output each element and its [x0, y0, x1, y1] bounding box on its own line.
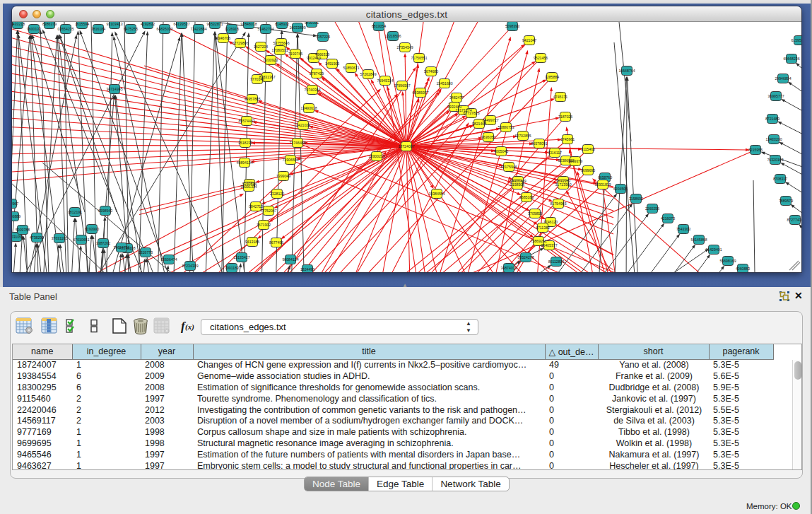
svg-text:31713900: 31713900	[555, 182, 571, 187]
svg-text:51462704: 51462704	[257, 27, 273, 31]
svg-text:62702895: 62702895	[514, 134, 531, 138]
svg-text:7816184: 7816184	[91, 27, 105, 31]
svg-text:1824493: 1824493	[300, 267, 314, 271]
svg-text:34874016: 34874016	[500, 266, 517, 270]
svg-text:9413186: 9413186	[245, 240, 259, 244]
svg-text:19384554: 19384554	[428, 192, 445, 196]
svg-text:32931839: 32931839	[594, 182, 611, 187]
svg-text:5098393: 5098393	[505, 24, 519, 28]
svg-text:15451680: 15451680	[436, 81, 452, 86]
svg-text:64139537: 64139537	[173, 22, 189, 26]
svg-text:8386379: 8386379	[42, 22, 57, 26]
svg-text:54145868: 54145868	[690, 238, 707, 242]
svg-text:76320163: 76320163	[767, 158, 783, 162]
svg-text:2328120: 2328120	[270, 192, 284, 196]
svg-text:4216073: 4216073	[661, 216, 675, 221]
svg-text:4060883: 4060883	[736, 267, 750, 271]
svg-text:6998543: 6998543	[98, 209, 112, 213]
svg-text:1031051: 1031051	[12, 235, 23, 239]
svg-text:77752047: 77752047	[260, 209, 276, 213]
svg-text:72423884: 72423884	[190, 27, 206, 31]
svg-text:71746488: 71746488	[289, 141, 305, 145]
svg-text:96532871: 96532871	[206, 22, 223, 26]
svg-text:7991183: 7991183	[225, 266, 239, 270]
svg-text:98084124: 98084124	[282, 257, 298, 262]
svg-text:3285884: 3285884	[545, 75, 559, 79]
svg-text:7889579: 7889579	[779, 199, 793, 203]
svg-text:9636057: 9636057	[481, 135, 495, 139]
svg-text:4966319: 4966319	[315, 52, 329, 57]
svg-text:76945314: 76945314	[377, 78, 393, 83]
svg-text:12218506: 12218506	[384, 34, 401, 38]
svg-text:1615594: 1615594	[75, 22, 89, 26]
svg-text:1969379: 1969379	[568, 159, 582, 163]
svg-text:8148932: 8148932	[275, 22, 289, 26]
svg-text:5009788: 5009788	[16, 228, 30, 232]
svg-text:7193745: 7193745	[288, 52, 302, 56]
svg-text:49894134: 49894134	[236, 160, 252, 165]
svg-text:1491905: 1491905	[325, 62, 339, 66]
svg-text:01429401: 01429401	[705, 247, 722, 252]
svg-text:8677496: 8677496	[269, 240, 283, 245]
svg-text:3685160: 3685160	[519, 195, 534, 199]
svg-text:71756551: 71756551	[411, 56, 427, 60]
svg-text:0812191: 0812191	[68, 210, 82, 214]
svg-text:4711382: 4711382	[536, 226, 550, 230]
svg-text:6204505: 6204505	[613, 187, 628, 191]
svg-text:04499727: 04499727	[482, 118, 498, 122]
svg-text:29946804: 29946804	[775, 76, 791, 81]
svg-text:9600133: 9600133	[27, 27, 41, 31]
svg-text:1746120: 1746120	[543, 220, 558, 224]
svg-text:85574443: 85574443	[238, 119, 254, 123]
svg-text:9115460: 9115460	[581, 147, 595, 151]
svg-text:62729806: 62729806	[232, 41, 248, 45]
svg-text:34714345: 34714345	[106, 87, 122, 91]
svg-text:6690967: 6690967	[12, 201, 18, 206]
svg-text:25135427: 25135427	[233, 255, 249, 259]
svg-text:7357224: 7357224	[316, 35, 330, 39]
svg-text:0330923: 0330923	[264, 58, 278, 62]
svg-text:67010651: 67010651	[73, 238, 89, 242]
svg-text:4738299: 4738299	[30, 235, 44, 240]
svg-text:6658760: 6658760	[598, 175, 612, 180]
svg-text:97848018: 97848018	[240, 22, 257, 26]
svg-text:2260256: 2260256	[645, 206, 659, 211]
svg-text:37631165: 37631165	[52, 236, 68, 240]
svg-text:9421047: 9421047	[522, 38, 536, 42]
svg-text:1226916: 1226916	[225, 27, 239, 31]
svg-text:4192832: 4192832	[141, 22, 155, 26]
svg-text:4005045: 4005045	[494, 149, 508, 153]
svg-text:61595148: 61595148	[791, 38, 801, 42]
svg-text:8708317: 8708317	[773, 177, 787, 181]
svg-text:96405377: 96405377	[541, 243, 557, 247]
svg-text:3387262: 3387262	[96, 241, 110, 245]
svg-text:18300215: 18300215	[368, 154, 384, 158]
svg-text:6193990: 6193990	[85, 227, 99, 231]
svg-text:7543303: 7543303	[676, 227, 690, 231]
svg-text:02606474: 02606474	[160, 257, 177, 262]
svg-text:(x): (x)	[185, 322, 194, 332]
svg-text:7346706: 7346706	[216, 36, 230, 40]
svg-text:87234309: 87234309	[182, 264, 198, 268]
svg-text:17080531: 17080531	[271, 48, 288, 52]
svg-text:13493618: 13493618	[300, 106, 317, 110]
svg-text:3158692: 3158692	[629, 197, 643, 201]
svg-text:81754965: 81754965	[550, 201, 566, 206]
svg-text:3709859: 3709859	[528, 211, 542, 216]
svg-text:00524278: 00524278	[517, 255, 534, 259]
svg-text:86578091: 86578091	[531, 141, 547, 146]
svg-text:13433200: 13433200	[765, 137, 782, 141]
svg-text:0433218: 0433218	[12, 22, 25, 26]
svg-text:5466889: 5466889	[12, 214, 20, 218]
svg-text:64835030: 64835030	[156, 27, 172, 31]
svg-text:1326773: 1326773	[139, 250, 153, 255]
svg-text:37996507: 37996507	[394, 83, 410, 88]
svg-text:53755646: 53755646	[273, 41, 289, 45]
svg-text:60385977: 60385977	[412, 90, 428, 95]
svg-text:67737826: 67737826	[463, 111, 479, 115]
svg-text:1627204: 1627204	[254, 45, 268, 49]
svg-text:8813054: 8813054	[372, 24, 386, 28]
svg-text:2421024: 2421024	[296, 123, 310, 127]
svg-text:57262849: 57262849	[360, 72, 376, 76]
svg-text:7770143: 7770143	[250, 77, 264, 81]
